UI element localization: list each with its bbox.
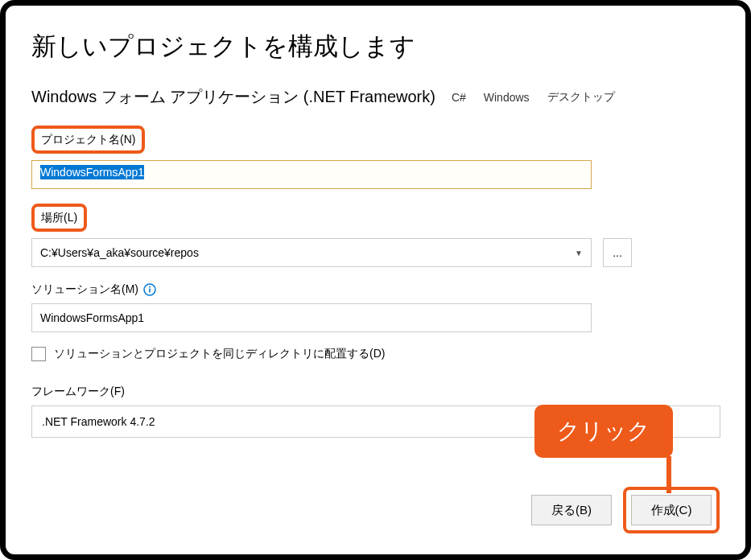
svg-point-1 bbox=[149, 286, 151, 288]
browse-button[interactable]: ... bbox=[603, 238, 632, 267]
location-label: 場所(L) bbox=[41, 211, 77, 225]
location-combo[interactable]: C:¥Users¥a_aka¥source¥repos ▼ bbox=[31, 238, 592, 267]
info-icon[interactable] bbox=[143, 283, 156, 296]
subtitle-row: Windows フォーム アプリケーション (.NET Framework) C… bbox=[31, 86, 720, 108]
location-value: C:¥Users¥a_aka¥source¥repos bbox=[40, 246, 199, 259]
chevron-down-icon: ▼ bbox=[575, 249, 583, 257]
location-label-highlight: 場所(L) bbox=[31, 204, 87, 232]
back-button[interactable]: 戻る(B) bbox=[531, 495, 612, 525]
project-name-value: WindowsFormsApp1 bbox=[40, 165, 144, 179]
create-button-highlight: 作成(C) bbox=[623, 487, 720, 533]
solution-name-label: ソリューション名(M) bbox=[31, 282, 156, 297]
project-name-label-highlight: プロジェクト名(N) bbox=[31, 126, 145, 154]
create-button[interactable]: 作成(C) bbox=[631, 495, 712, 525]
page-title: 新しいプロジェクトを構成します bbox=[31, 30, 720, 64]
framework-label: フレームワーク(F) bbox=[31, 385, 125, 399]
solution-name-input[interactable] bbox=[31, 303, 592, 332]
project-config-window: 新しいプロジェクトを構成します Windows フォーム アプリケーション (.… bbox=[0, 0, 751, 560]
same-directory-checkbox-row[interactable]: ソリューションとプロジェクトを同じディレクトリに配置する(D) bbox=[31, 347, 720, 361]
framework-value: .NET Framework 4.7.2 bbox=[42, 415, 155, 428]
tag-type: デスクトップ bbox=[546, 89, 617, 106]
svg-rect-2 bbox=[149, 289, 151, 293]
same-directory-label: ソリューションとプロジェクトを同じディレクトリに配置する(D) bbox=[54, 347, 385, 361]
project-name-input[interactable]: WindowsFormsApp1 bbox=[31, 160, 592, 189]
tag-platform: Windows bbox=[482, 89, 531, 105]
button-row: 戻る(B) 作成(C) bbox=[531, 487, 720, 533]
same-directory-checkbox[interactable] bbox=[31, 347, 46, 361]
template-name: Windows フォーム アプリケーション (.NET Framework) bbox=[31, 86, 435, 108]
tag-language: C# bbox=[450, 89, 468, 105]
click-callout: クリック bbox=[534, 405, 673, 458]
project-name-label: プロジェクト名(N) bbox=[41, 133, 135, 147]
